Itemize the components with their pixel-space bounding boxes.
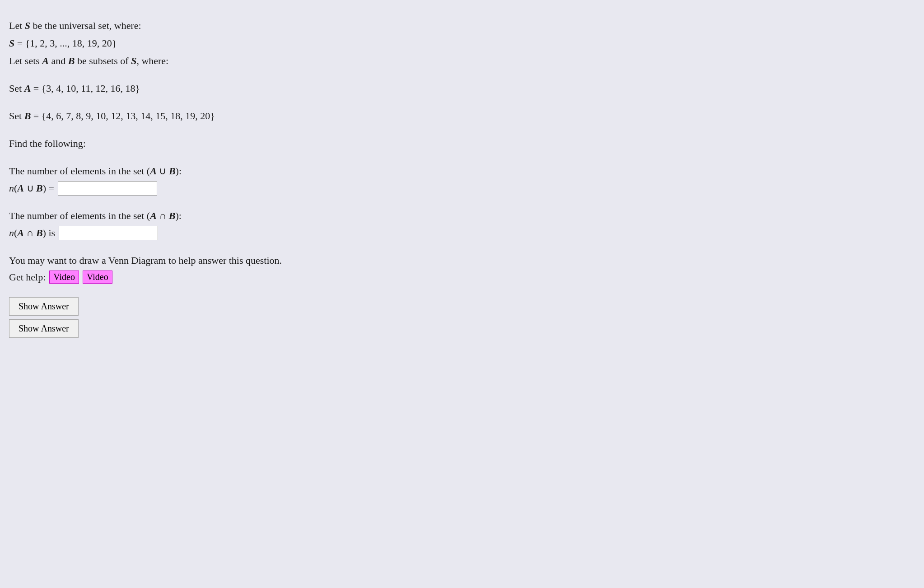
video-link-1[interactable]: Video xyxy=(49,271,79,284)
intro-line2: S = {1, 2, 3, ..., 18, 19, 20} xyxy=(9,36,415,51)
intersection-input-row: n(A ∩ B) is xyxy=(9,226,415,240)
video-link-2[interactable]: Video xyxy=(83,271,112,284)
hint-text: You may want to draw a Venn Diagram to h… xyxy=(9,253,415,268)
main-content: Let S be the universal set, where: S = {… xyxy=(9,14,415,342)
help-row: Get help: Video Video xyxy=(9,271,415,284)
intro-line1: Let S be the universal set, where: xyxy=(9,18,415,33)
set-b-definition: Set B = {4, 6, 7, 8, 9, 10, 12, 13, 14, … xyxy=(9,108,415,123)
intersection-question: The number of elements in the set (A ∩ B… xyxy=(9,208,415,223)
show-answer-button-1[interactable]: Show Answer xyxy=(9,297,79,316)
union-answer-input[interactable] xyxy=(58,181,157,196)
set-a-definition: Set A = {3, 4, 10, 11, 12, 16, 18} xyxy=(9,81,415,96)
union-input-row: n(A ∪ B) = xyxy=(9,181,415,196)
union-question: The number of elements in the set (A ∪ B… xyxy=(9,163,415,178)
show-answer-button-2[interactable]: Show Answer xyxy=(9,319,79,338)
union-label: n(A ∪ B) = xyxy=(9,182,54,194)
intersection-answer-input[interactable] xyxy=(59,226,158,240)
find-label: Find the following: xyxy=(9,136,415,151)
intro-line3: Let sets A and B be subsets of S, where: xyxy=(9,53,415,68)
intersection-label: n(A ∩ B) is xyxy=(9,227,55,239)
help-label: Get help: xyxy=(9,271,46,283)
